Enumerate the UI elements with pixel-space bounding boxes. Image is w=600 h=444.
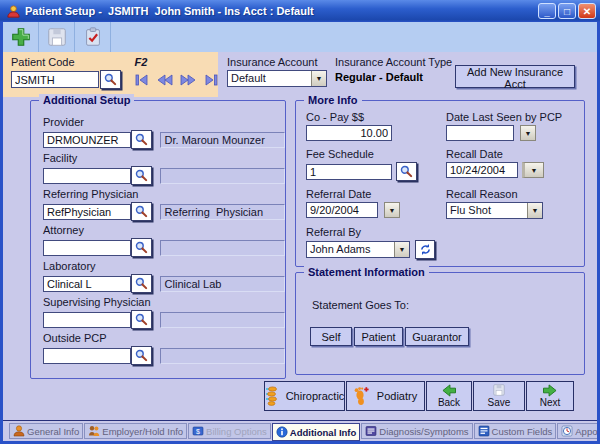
add-new-insurance-acct-button[interactable]: Add New Insurance Acct [455,65,575,88]
recall-date-dropdown-button[interactable]: ▼ [522,162,544,178]
fee-schedule-label: Fee Schedule [306,148,446,161]
billing-icon: $ [192,425,204,437]
maximize-button[interactable]: □ [558,3,576,19]
referral-date-dropdown-button[interactable]: ▼ [384,202,400,218]
patient-code-search-button[interactable] [100,70,121,89]
magnifier-icon [135,313,148,326]
record-first-button[interactable] [133,73,151,87]
chevron-down-icon[interactable]: ▼ [527,203,542,218]
floppy-disk-icon [46,26,68,48]
provider-search-button[interactable] [131,130,152,149]
date-last-seen-input[interactable] [446,125,514,141]
provider-row: Provider Dr. Maroun Mounzer [43,116,285,149]
tab-general-info[interactable]: General Info [9,423,83,439]
referring-physician-label: Referring Physician [43,188,285,201]
supervising-physician-label: Supervising Physician [43,296,285,309]
referring-physician-row: Referring Physician Referring Physician [43,188,285,221]
chevron-down-icon[interactable]: ▼ [311,71,326,86]
facility-search-button[interactable] [131,166,152,185]
more-info-group: More Info Co - Pay $$ Date Last Seen by … [295,100,585,267]
supervising-physician-code-input[interactable] [43,312,131,328]
person-icon [13,425,25,437]
save-button[interactable]: Save [473,381,525,411]
date-last-seen-dropdown-button[interactable]: ▼ [520,125,536,141]
co-pay-input[interactable] [306,125,392,141]
close-button[interactable]: ✕ [578,3,596,19]
recall-reason-select[interactable]: Flu Shot ▼ [446,202,543,219]
co-pay-field: Co - Pay $$ [306,111,446,141]
referral-by-refresh-button[interactable] [415,240,435,259]
recall-reason-value: Flu Shot [447,203,527,218]
laboratory-code-input[interactable] [43,276,131,292]
clock-icon [561,425,573,437]
outside-pcp-code-input[interactable] [43,348,131,364]
recall-reason-field: Recall Reason Flu Shot ▼ [446,188,582,219]
podiatry-label: Podiatry [377,390,417,402]
save-toolbar-button[interactable] [39,22,75,52]
statement-guarantor-button[interactable]: Guarantor [405,327,469,346]
tab-diagnosis-symptoms[interactable]: Diagnosis/Symptoms [361,423,472,439]
supervising-physician-row: Supervising Physician [43,296,285,329]
minimize-button[interactable]: _ [538,3,556,19]
referral-date-input[interactable] [306,202,378,218]
statement-goes-to-label: Statement Goes To: [312,299,584,311]
tab-employer-hold-info[interactable]: Employer/Hold Info [84,423,187,439]
supervising-physician-search-button[interactable] [131,310,152,329]
podiatry-button[interactable]: Podiatry [346,381,425,411]
laboratory-label: Laboratory [43,260,285,273]
magnifier-icon [135,205,148,218]
recall-reason-label: Recall Reason [446,188,582,201]
fee-schedule-input[interactable] [306,164,392,180]
insurance-account-select[interactable]: Default ▼ [227,70,327,87]
referring-physician-code-input[interactable] [43,204,131,220]
tab-billing-options[interactable]: $ Billing Options [188,423,271,439]
referral-by-select[interactable]: John Adams ▼ [306,241,410,258]
tab-additional-info[interactable]: Additional Info [272,423,361,441]
verify-button[interactable] [75,22,111,52]
new-button[interactable] [3,22,39,52]
tab-custom-fields[interactable]: Custom Fields [474,423,557,439]
referring-physician-name-display: Referring Physician [160,204,285,220]
statement-self-button[interactable]: Self [310,327,352,346]
record-previous-button[interactable] [156,73,174,87]
record-last-button[interactable] [202,73,220,87]
patient-code-hotkey: F2 [135,56,148,68]
back-button[interactable]: Back [426,381,472,411]
foot-icon [354,386,369,406]
attorney-search-button[interactable] [131,238,152,257]
attorney-code-input[interactable] [43,240,131,256]
provider-code-input[interactable] [43,132,131,148]
fee-schedule-field: Fee Schedule [306,148,446,181]
referral-date-field: Referral Date ▼ [306,188,446,219]
recall-date-input[interactable] [446,162,518,178]
record-next-button[interactable] [179,73,197,87]
referral-by-label: Referral By [306,226,446,239]
facility-row: Facility [43,152,285,185]
recall-date-field: Recall Date ▼ [446,148,582,181]
diagnosis-icon [365,425,377,437]
laboratory-search-button[interactable] [131,274,152,293]
outside-pcp-label: Outside PCP [43,332,285,345]
tab-billing-options-label: Billing Options [206,426,267,437]
next-button[interactable]: Next [526,381,574,411]
next-record-icon [179,73,197,87]
provider-label: Provider [43,116,285,129]
chiropractic-button[interactable]: Chiropractic [264,381,345,411]
referring-physician-search-button[interactable] [131,202,152,221]
attorney-label: Attorney [43,224,285,237]
chiropractic-label: Chiropractic [286,390,345,402]
save-label: Save [488,397,511,408]
referral-by-value: John Adams [307,242,394,257]
patient-code-input[interactable] [11,71,99,88]
patient-code-label: Patient Code [11,56,75,68]
outside-pcp-search-button[interactable] [131,346,152,365]
fee-schedule-search-button[interactable] [396,162,417,181]
co-pay-label: Co - Pay $$ [306,111,446,124]
recall-date-label: Recall Date [446,148,582,161]
top-strip: Patient Code F2 [3,52,597,97]
toolbar [3,22,597,52]
tab-appointments[interactable]: Appointments [557,423,597,439]
chevron-down-icon[interactable]: ▼ [394,242,409,257]
statement-patient-button[interactable]: Patient [354,327,403,346]
facility-code-input[interactable] [43,168,131,184]
